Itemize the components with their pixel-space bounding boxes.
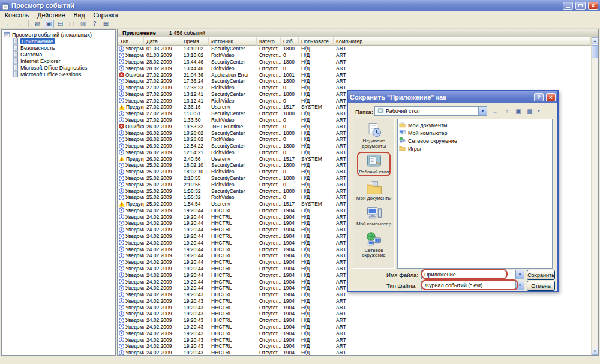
scroll-up-icon[interactable]: ▲ bbox=[592, 37, 598, 44]
table-cell: 19:20:43 bbox=[181, 311, 209, 317]
up-level-icon[interactable]: ↑ bbox=[502, 106, 512, 116]
table-cell: 1904 bbox=[281, 317, 299, 323]
table-cell: ART bbox=[334, 72, 591, 78]
tree-item[interactable]: Приложение bbox=[2, 38, 115, 44]
file-list-item[interactable]: Мои документы bbox=[399, 121, 551, 129]
vertical-scrollbar[interactable]: ▲ ▼ bbox=[591, 37, 598, 355]
file-list-item[interactable]: Игры bbox=[399, 145, 551, 152]
column-header-cell[interactable]: Катего... bbox=[257, 37, 281, 46]
show-tree-icon[interactable]: ▧ bbox=[32, 20, 43, 28]
table-cell: 24.02.2009 bbox=[144, 324, 181, 330]
save-button[interactable]: Сохранить bbox=[527, 270, 555, 280]
table-cell: Отсутст... bbox=[257, 188, 281, 194]
grid-icon[interactable]: ▦ bbox=[101, 20, 111, 28]
scroll-down-icon[interactable]: ▼ bbox=[592, 348, 598, 355]
table-row[interactable]: Уведомл...24.02.200919:20:43HHCTRLОтсутс… bbox=[118, 317, 591, 324]
back-icon[interactable]: ← bbox=[3, 20, 13, 28]
menu-item[interactable]: Действие bbox=[33, 11, 69, 19]
table-row[interactable]: Уведомл...24.02.200919:20:43HHCTRLОтсутс… bbox=[118, 336, 591, 343]
table-row[interactable]: Уведомл...24.02.200919:20:43HHCTRLОтсутс… bbox=[118, 311, 591, 317]
tree-item-label: Microsoft Office Sessions bbox=[20, 71, 81, 77]
table-row[interactable]: Уведомл...24.02.200919:20:43HHCTRLОтсутс… bbox=[118, 324, 591, 330]
table-row[interactable]: Уведомл...28.02.200913:44:46RichVideoОтс… bbox=[118, 65, 591, 71]
export-list-icon[interactable]: ▥ bbox=[78, 20, 88, 28]
scroll-track[interactable] bbox=[592, 59, 598, 348]
place-my-computer[interactable]: Мой компьютер bbox=[353, 205, 394, 227]
table-row[interactable]: Уведомл...28.02.200913:44:46SecurityCent… bbox=[118, 59, 591, 65]
table-cell: 13:12:41 bbox=[181, 98, 209, 104]
properties-icon[interactable]: ▤ bbox=[55, 20, 65, 28]
views-caret-icon[interactable]: ▾ bbox=[536, 106, 541, 116]
column-header-cell[interactable]: Компьютер bbox=[334, 37, 591, 46]
close-button[interactable]: × bbox=[588, 2, 598, 10]
tree-root-item[interactable]: Просмотр событий (локальных) bbox=[2, 31, 115, 38]
table-cell: 1904 bbox=[281, 279, 299, 285]
dialog-titlebar[interactable]: Сохранить "Приложение" как ? × bbox=[348, 91, 557, 103]
new-folder-icon[interactable]: ▣ bbox=[514, 106, 523, 116]
column-header-cell[interactable]: Тип bbox=[118, 37, 144, 46]
table-row[interactable]: Уведомл...01.03.200913:10:02RichVideoОтс… bbox=[118, 52, 591, 59]
info-icon bbox=[119, 266, 124, 271]
dialog-help-button[interactable]: ? bbox=[534, 93, 544, 101]
help-icon[interactable]: ? bbox=[89, 20, 100, 28]
table-row[interactable]: Уведомл...24.02.200919:20:43HHCTRLОтсутс… bbox=[118, 350, 591, 355]
table-row[interactable]: Уведомл...24.02.200919:20:43HHCTRLОтсутс… bbox=[118, 343, 591, 350]
table-row[interactable]: Уведомл...27.02.200917:36:24SecurityCent… bbox=[118, 78, 591, 85]
table-cell: Н/Д bbox=[299, 350, 334, 355]
menu-item[interactable]: Справка bbox=[89, 11, 122, 19]
filetype-dropdown-icon[interactable]: ▼ bbox=[515, 281, 524, 290]
filename-combobox[interactable]: Приложение ▼ bbox=[421, 270, 524, 279]
docfolder-icon bbox=[366, 179, 382, 196]
back-folder-icon[interactable]: ← bbox=[491, 106, 500, 116]
table-cell: Отсутст... bbox=[257, 252, 281, 258]
minimize-button[interactable] bbox=[563, 2, 573, 10]
restore-button[interactable] bbox=[575, 2, 586, 10]
file-list-label: Мои документы bbox=[408, 122, 448, 128]
filename-dropdown-icon[interactable]: ▼ bbox=[515, 270, 524, 279]
dialog-close-button[interactable]: × bbox=[546, 93, 556, 101]
scroll-thumb[interactable] bbox=[592, 45, 598, 58]
console-window-icon[interactable]: ▣ bbox=[44, 20, 54, 28]
window-titlebar[interactable]: Просмотр событий × bbox=[0, 0, 600, 11]
table-row[interactable]: Уведомл...24.02.200919:20:43HHCTRLОтсутс… bbox=[118, 330, 591, 336]
page-icon[interactable]: ▢ bbox=[67, 20, 77, 28]
tree-item[interactable]: Система bbox=[2, 51, 115, 58]
table-row[interactable]: Уведомл...01.03.200913:10:02SecurityCent… bbox=[118, 46, 591, 52]
forward-icon[interactable]: → bbox=[14, 20, 25, 28]
folder-combobox[interactable]: Рабочий стол ▼ bbox=[374, 106, 487, 116]
tree-item[interactable]: Microsoft Office Sessions bbox=[2, 71, 115, 77]
column-header-cell[interactable]: Пользовате... bbox=[299, 37, 334, 46]
tree-item[interactable]: Безопасность bbox=[2, 44, 115, 51]
column-header-cell[interactable]: Источник bbox=[209, 37, 257, 46]
column-header-cell[interactable]: Дата bbox=[144, 37, 181, 46]
filetype-combobox[interactable]: Журнал событий (*.evt) ▼ bbox=[421, 281, 524, 290]
tree-item[interactable]: Internet Explorer bbox=[2, 58, 115, 64]
place-desktop[interactable]: Рабочий стол bbox=[353, 153, 394, 175]
table-cell: Н/Д bbox=[299, 136, 334, 142]
column-header-cell[interactable]: Соб... bbox=[281, 37, 299, 46]
menu-item[interactable]: Вид bbox=[70, 11, 89, 19]
table-row[interactable]: Уведомл...24.02.200919:20:43HHCTRLОтсутс… bbox=[118, 291, 591, 298]
file-list-item[interactable]: Мой компьютер bbox=[399, 129, 551, 137]
menu-item[interactable]: Консоль bbox=[1, 11, 33, 19]
table-cell: 19:20:44 bbox=[181, 246, 209, 252]
info-icon bbox=[119, 227, 124, 233]
table-row[interactable]: Ошибка27.02.200921:04:36Application Erro… bbox=[118, 71, 591, 78]
event-type-cell: Предупр... bbox=[118, 201, 144, 207]
place-my-documents[interactable]: Мои документы bbox=[353, 179, 394, 201]
place-network[interactable]: Сетевое окружение bbox=[353, 231, 394, 258]
place-recent-documents[interactable]: Недавние документы bbox=[353, 122, 394, 149]
file-list-item[interactable]: Сетевое окружение bbox=[399, 137, 551, 145]
table-cell: 26.02.2009 bbox=[144, 124, 181, 130]
views-icon[interactable]: ▦ bbox=[525, 106, 535, 116]
table-row[interactable]: Уведомл...24.02.200919:20:43HHCTRLОтсутс… bbox=[118, 304, 591, 311]
table-cell: 24.02.2009 bbox=[144, 252, 181, 258]
table-cell: Н/Д bbox=[299, 266, 334, 272]
table-cell: 1517 bbox=[281, 201, 299, 207]
tree-item[interactable]: Microsoft Office Diagnostics bbox=[2, 64, 115, 71]
folder-dropdown-icon[interactable]: ▼ bbox=[478, 107, 487, 115]
table-row[interactable]: Уведомл...24.02.200919:20:43HHCTRLОтсутс… bbox=[118, 297, 591, 304]
cancel-button[interactable]: Отмена bbox=[527, 281, 555, 291]
table-cell: 0 bbox=[281, 65, 299, 71]
column-header-cell[interactable]: Время bbox=[181, 37, 209, 46]
